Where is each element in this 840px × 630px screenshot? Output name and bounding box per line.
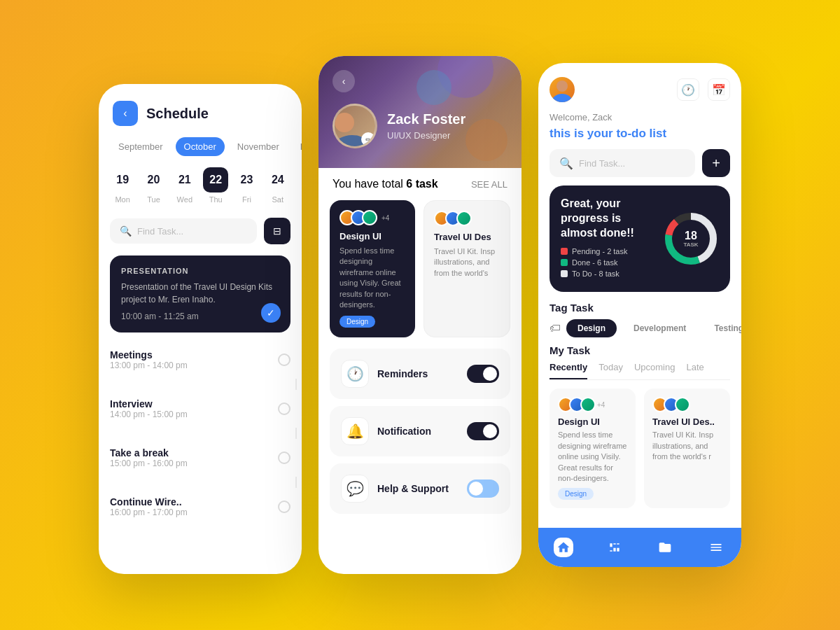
timeline-title: Interview	[110, 398, 271, 410]
avatar: ✏	[332, 104, 377, 148]
todo-tagline: this is your to-do list	[538, 125, 741, 149]
task-list-card-travel: Travel UI Des.. Travel UI Kit. Insp illu…	[644, 388, 730, 508]
filter-icon: ⊟	[273, 225, 281, 237]
user-avatar	[550, 77, 575, 102]
timeline-wire: Continue Wire.. 16:00 pm - 17:00 pm	[99, 488, 302, 526]
notification-toggle[interactable]	[467, 422, 499, 440]
task-subtabs: Recently Today Upcoming Late	[550, 362, 730, 380]
tab-november[interactable]: November	[229, 137, 288, 156]
svg-point-1	[552, 94, 572, 102]
card-avatars	[652, 397, 722, 412]
mini-avatar-3	[362, 210, 377, 225]
nav-stats[interactable]	[605, 538, 624, 557]
tag-development[interactable]: Development	[622, 319, 697, 337]
search-icon: 🔍	[120, 225, 132, 237]
task-card-design: +4 Design UI Spend less time designing w…	[330, 200, 415, 337]
pending-dot	[561, 248, 568, 255]
day-20[interactable]: 20 Tue	[141, 167, 166, 204]
day-19[interactable]: 19 Mon	[110, 167, 135, 204]
task-card-presentation: PRESENTATION Presentation of the Travel …	[110, 255, 290, 332]
search-box[interactable]: 🔍 Find Task...	[110, 218, 257, 244]
subtab-upcoming[interactable]: Upcoming	[634, 362, 676, 379]
progress-text: Great, your progress is almost done!! Pe…	[561, 197, 654, 281]
donut-center: 18 TASK	[683, 230, 698, 248]
donut-chart: 18 TASK	[663, 211, 719, 267]
see-all-button[interactable]: SEE ALL	[471, 179, 507, 190]
day-label: Sat	[272, 195, 284, 204]
tab-dec[interactable]: Dec	[292, 137, 302, 156]
page-title: Schedule	[146, 106, 209, 122]
search-box[interactable]: 🔍 Find Task...	[550, 149, 695, 177]
edit-badge[interactable]: ✏	[361, 132, 375, 146]
timeline-meetings: Meetings 13:00 pm - 14:00 pm	[99, 341, 302, 379]
timeline-dot	[278, 500, 290, 513]
nav-folder[interactable]	[655, 538, 675, 557]
todo-search-row: 🔍 Find Task... +	[538, 149, 741, 186]
donut-unit: TASK	[683, 241, 698, 248]
task-list-row: +4 Design UI Spend less time designing w…	[550, 388, 730, 508]
profile-details: Zack Foster UI/UX Designer	[387, 111, 465, 141]
card-desc: Spend less time designing wireframe onli…	[558, 430, 627, 484]
timeline-interview: Interview 14:00 pm - 15:00 pm	[99, 390, 302, 428]
task-count-text: You have total 6 task	[332, 178, 438, 190]
day-label: Mon	[115, 195, 130, 204]
day-21[interactable]: 21 Wed	[172, 167, 197, 204]
tab-september[interactable]: September	[110, 137, 172, 156]
tag-testing[interactable]: Testing	[703, 319, 741, 337]
subtab-recently[interactable]: Recently	[550, 362, 587, 379]
calendar-button[interactable]: 📅	[708, 78, 730, 101]
clock-button[interactable]: 🕐	[677, 78, 699, 101]
phone-schedule: ‹ Schedule September October November De…	[99, 84, 302, 574]
donut-number: 18	[683, 230, 698, 241]
day-23[interactable]: 23 Fri	[234, 167, 259, 204]
timeline-break: Take a break 15:00 pm - 16:00 pm	[99, 439, 302, 477]
subtab-today[interactable]: Today	[598, 362, 623, 379]
legend-todo: To Do - 8 task	[561, 270, 654, 278]
avatars-row	[434, 211, 500, 226]
filter-button[interactable]: ⊟	[264, 218, 290, 244]
card-title: Travel UI Des..	[652, 416, 722, 427]
day-number-active: 22	[203, 167, 228, 192]
day-number: 19	[110, 167, 135, 192]
tab-october[interactable]: October	[176, 137, 225, 156]
progress-title: Great, your progress is almost done!!	[561, 197, 654, 240]
todo-label: To Do - 8 task	[572, 270, 620, 278]
nav-menu[interactable]	[706, 538, 726, 557]
plus-count: +4	[597, 401, 605, 409]
task-list-card-design: +4 Design UI Spend less time designing w…	[550, 388, 636, 508]
timeline-time: 14:00 pm - 15:00 pm	[110, 410, 271, 419]
settings-section: 🕐 Reminders 🔔 Notification 💬 Help & Supp…	[318, 337, 522, 514]
card-desc: Spend less time designing wireframe onli…	[340, 246, 405, 310]
toggle-knob	[483, 424, 497, 438]
timeline-title: Take a break	[110, 447, 271, 458]
done-label: Done - 6 task	[572, 258, 617, 267]
day-24[interactable]: 24 Sat	[265, 167, 290, 204]
tag-design[interactable]: Design	[566, 319, 617, 337]
nav-home[interactable]	[554, 538, 573, 557]
clock-icon: 🕐	[681, 83, 695, 97]
month-tabs: September October November Dec	[99, 134, 302, 159]
header-icons: 🕐 📅	[677, 78, 730, 101]
card-desc: Travel UI Kit. Insp illustrations, and f…	[434, 246, 500, 279]
pending-label: Pending - 2 task	[572, 247, 628, 255]
subtab-late[interactable]: Late	[686, 362, 704, 379]
todo-header: 🕐 📅	[538, 63, 741, 109]
back-button[interactable]: ‹	[332, 70, 355, 92]
welcome-text: Welcome, Zack	[538, 109, 741, 125]
add-task-button[interactable]: +	[702, 149, 730, 177]
my-task-title: My Task	[550, 344, 730, 356]
svg-point-0	[556, 80, 568, 92]
timeline-content: Meetings 13:00 pm - 14:00 pm	[110, 349, 271, 370]
task-count-row: You have total 6 task SEE ALL	[318, 168, 522, 200]
task-cards-row: +4 Design UI Spend less time designing w…	[318, 200, 522, 337]
help-icon-wrap: 💬	[341, 475, 369, 503]
back-button[interactable]: ‹	[113, 101, 138, 126]
day-label: Thu	[209, 195, 223, 204]
help-toggle[interactable]	[467, 479, 499, 498]
day-label: Tue	[147, 195, 160, 204]
search-placeholder: Find Task...	[579, 158, 625, 169]
day-22[interactable]: 22 Thu	[203, 167, 228, 204]
todo-dot	[561, 270, 568, 277]
check-button[interactable]: ✓	[261, 303, 281, 323]
reminders-toggle[interactable]	[467, 365, 499, 383]
